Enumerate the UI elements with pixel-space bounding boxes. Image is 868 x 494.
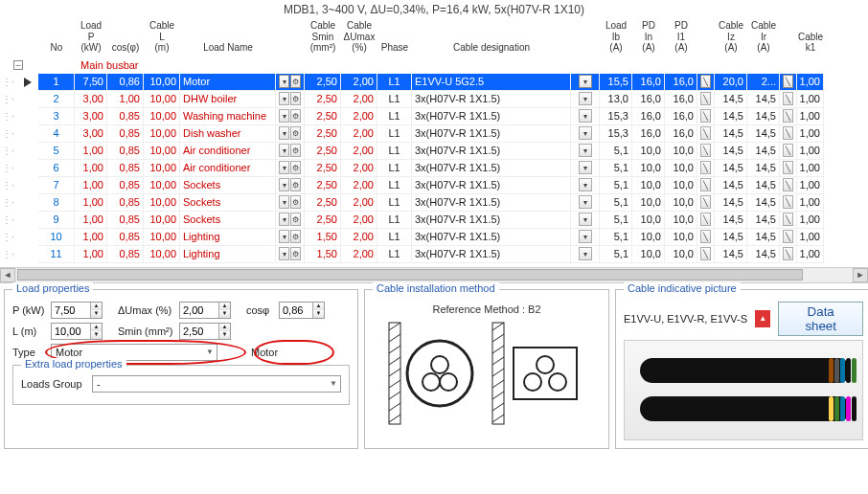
cell-no[interactable]: 11 <box>38 246 75 263</box>
cell-no[interactable]: 9 <box>38 212 75 229</box>
table-row[interactable]: ⋮·51,000,8510,00Air conditioner▾⚙2,502,0… <box>0 143 868 160</box>
col-pd-i1[interactable]: PD I1 (A) <box>665 20 697 54</box>
cell-iz[interactable]: 14,5 <box>715 194 747 212</box>
cell-ir[interactable]: 14,5 <box>747 91 780 108</box>
cell-ib[interactable]: 13,0 <box>600 91 632 108</box>
col-load-name[interactable]: Load Name <box>180 42 276 54</box>
cell-k1[interactable]: 1,00 <box>797 125 824 143</box>
cell-load-name[interactable]: Sockets <box>180 177 276 194</box>
cell-ib[interactable]: 5,1 <box>600 229 632 246</box>
pd-char-icon[interactable]: ╲ <box>700 92 711 105</box>
cell-designation[interactable]: 3x(H07V-R 1X1.5) <box>412 177 571 194</box>
cell-load-p[interactable]: 1,00 <box>75 177 107 194</box>
designation-dropdown-icon[interactable]: ▾ <box>579 247 592 260</box>
pd-char-icon[interactable]: ╲ <box>700 178 711 191</box>
cell-load-p[interactable]: 1,00 <box>75 212 107 229</box>
cell-ib[interactable]: 5,1 <box>600 246 632 263</box>
cell-dumax[interactable]: 2,00 <box>341 177 377 194</box>
cell-designation[interactable]: 3x(H07V-R 1X1.5) <box>412 108 571 125</box>
cell-i1[interactable]: 16,0 <box>665 74 697 91</box>
cell-ir[interactable]: 14,5 <box>747 108 780 125</box>
cell-smin[interactable]: 2,50 <box>305 91 341 108</box>
cable-curve-icon[interactable]: ╲ <box>783 161 793 174</box>
cell-pd-curve[interactable]: ╲ <box>697 74 715 91</box>
cell-pd-curve[interactable]: ╲ <box>697 246 715 263</box>
cell-load-name[interactable]: Sockets <box>180 212 276 229</box>
cell-ir[interactable]: 14,5 <box>747 246 780 263</box>
cell-dumax[interactable]: 2,00 <box>341 91 377 108</box>
spin-down-icon[interactable]: ▼ <box>218 310 230 318</box>
cell-designation[interactable]: E1VV-U 5G2.5 <box>412 74 571 91</box>
cell-smin[interactable]: 2,50 <box>305 212 341 229</box>
cell-phase[interactable]: L1 <box>377 91 412 108</box>
load-type-dropdown-icon[interactable]: ▾ <box>279 178 289 191</box>
cell-in[interactable]: 10,0 <box>632 212 665 229</box>
cell-cable-l[interactable]: 10,00 <box>144 246 180 263</box>
col-cable-l[interactable]: Cable L (m) <box>144 20 180 54</box>
cell-cable-l[interactable]: 10,00 <box>144 143 180 160</box>
cell-designation[interactable]: 3x(H07V-R 1X1.5) <box>412 91 571 108</box>
cell-no[interactable]: 1 <box>38 74 75 91</box>
cell-i1[interactable]: 10,0 <box>665 194 697 212</box>
cell-pd-curve[interactable]: ╲ <box>697 194 715 212</box>
cell-ir[interactable]: 14,5 <box>747 212 780 229</box>
cell-designation[interactable]: 3x(H07V-R 1X1.5) <box>412 246 571 263</box>
spin-up-icon[interactable]: ▲ <box>90 324 102 331</box>
cell-phase[interactable]: L1 <box>377 143 412 160</box>
cosphi-spinner[interactable]: ▲▼ <box>279 302 325 319</box>
scroll-thumb[interactable] <box>17 269 803 281</box>
spin-up-icon[interactable]: ▲ <box>218 324 230 331</box>
cell-ib[interactable]: 5,1 <box>600 143 632 160</box>
spin-up-icon[interactable]: ▲ <box>90 303 102 310</box>
cell-load-p[interactable]: 1,00 <box>75 160 107 177</box>
load-type-dropdown-icon[interactable]: ▾ <box>279 109 289 123</box>
cell-cosphi[interactable]: 1,00 <box>107 91 144 108</box>
cell-smin[interactable]: 2,50 <box>305 194 341 212</box>
cell-load-name[interactable]: Lighting <box>180 246 276 263</box>
cell-in[interactable]: 10,0 <box>632 160 665 177</box>
pd-char-icon[interactable]: ╲ <box>700 195 711 209</box>
cell-in[interactable]: 10,0 <box>632 229 665 246</box>
designation-dropdown-icon[interactable]: ▾ <box>579 144 592 157</box>
cell-in[interactable]: 16,0 <box>632 91 665 108</box>
cell-cable-curve[interactable]: ╲ <box>780 143 797 160</box>
cell-des-dd[interactable]: ▾ <box>571 143 600 160</box>
cell-smin[interactable]: 2,50 <box>305 108 341 125</box>
cell-cable-curve[interactable]: ╲ <box>780 194 797 212</box>
cable-curve-icon[interactable]: ╲ <box>783 195 793 209</box>
table-row[interactable]: ⋮·43,000,8510,00Dish washer▾⚙2,502,00L13… <box>0 125 868 143</box>
cell-smin[interactable]: 2,50 <box>305 143 341 160</box>
load-type-dropdown-icon[interactable]: ▾ <box>279 126 289 140</box>
cell-phase[interactable]: L1 <box>377 177 412 194</box>
cell-smin[interactable]: 1,50 <box>305 229 341 246</box>
cell-cosphi[interactable]: 0,85 <box>107 125 144 143</box>
designation-dropdown-icon[interactable]: ▾ <box>579 75 592 88</box>
cell-cable-curve[interactable]: ╲ <box>780 91 797 108</box>
pd-char-icon[interactable]: ╲ <box>700 230 711 243</box>
cell-k1[interactable]: 1,00 <box>797 212 824 229</box>
cell-phase[interactable]: L1 <box>377 194 412 212</box>
cell-ib[interactable]: 5,1 <box>600 194 632 212</box>
cell-no[interactable]: 3 <box>38 108 75 125</box>
table-row[interactable]: ⋮·61,000,8510,00Air conditioner▾⚙2,502,0… <box>0 160 868 177</box>
cell-ir[interactable]: 14,5 <box>747 229 780 246</box>
col-cable-designation[interactable]: Cable designation <box>412 42 571 54</box>
cell-pd-curve[interactable]: ╲ <box>697 125 715 143</box>
cell-i1[interactable]: 16,0 <box>665 108 697 125</box>
table-row[interactable]: ⋮·33,000,8510,00Washing machine▾⚙2,502,0… <box>0 108 868 125</box>
pd-char-icon[interactable]: ╲ <box>700 109 711 123</box>
cell-dumax[interactable]: 2,00 <box>341 108 377 125</box>
cell-des-dd[interactable]: ▾ <box>571 194 600 212</box>
cell-i1[interactable]: 10,0 <box>665 212 697 229</box>
load-type-dropdown-icon[interactable]: ▾ <box>279 247 289 260</box>
table-row[interactable]: ⋮·111,000,8510,00Lighting▾⚙1,502,00L13x(… <box>0 246 868 263</box>
cell-in[interactable]: 16,0 <box>632 108 665 125</box>
cell-phase[interactable]: L1 <box>377 160 412 177</box>
cell-load-p[interactable]: 3,00 <box>75 91 107 108</box>
cell-ib[interactable]: 15,5 <box>600 74 632 91</box>
cell-ib[interactable]: 5,1 <box>600 177 632 194</box>
cable-curve-icon[interactable]: ╲ <box>783 109 793 123</box>
cell-no[interactable]: 8 <box>38 194 75 212</box>
cell-cosphi[interactable]: 0,85 <box>107 143 144 160</box>
pd-char-icon[interactable]: ╲ <box>700 144 711 157</box>
